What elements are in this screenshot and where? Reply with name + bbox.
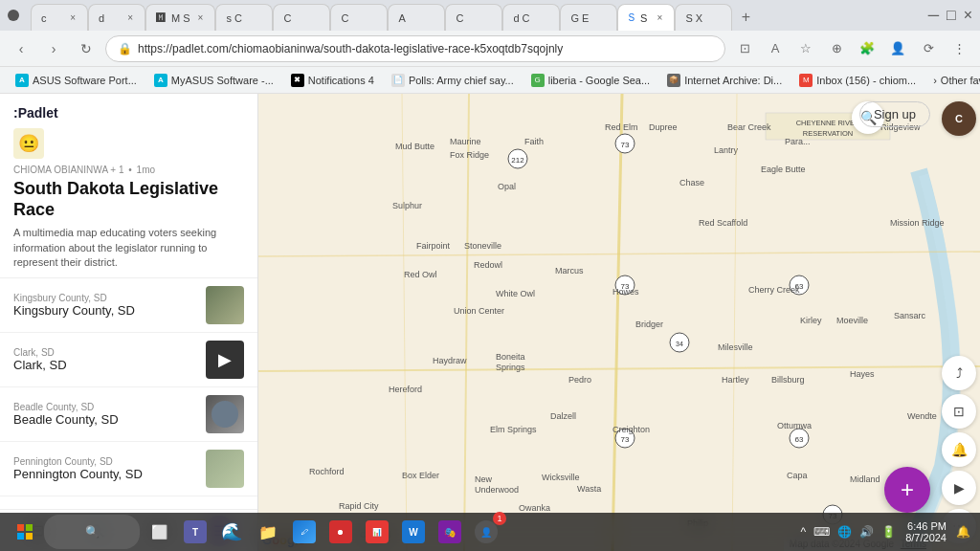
url-bar[interactable]: 🔒 https://padlet.com/chiomaobianinwa/sou… xyxy=(105,35,725,62)
svg-text:Wicksville: Wicksville xyxy=(542,473,580,482)
notification-badge: 1 xyxy=(493,512,506,525)
zoom-icon[interactable]: ⊕ xyxy=(823,35,850,62)
bookmark-notifications[interactable]: ✖ Notifications 4 xyxy=(283,70,382,91)
tab-10[interactable]: G E xyxy=(560,4,617,31)
tab-6[interactable]: C xyxy=(330,4,388,31)
svg-text:Moeville: Moeville xyxy=(836,316,868,325)
taskbar-app3[interactable]: 📊 xyxy=(360,515,394,549)
tab-5[interactable]: C xyxy=(273,4,330,31)
tab-1-close[interactable]: × xyxy=(68,12,78,23)
map-user-avatar[interactable]: C xyxy=(942,101,976,136)
taskbar-time-display: 6:46 PM xyxy=(905,520,947,532)
tab-12[interactable]: S X xyxy=(675,4,732,31)
svg-text:Billsburg: Billsburg xyxy=(771,375,805,385)
tab-1[interactable]: c× xyxy=(31,4,88,31)
taskbar-app4[interactable]: 🎭 xyxy=(433,515,467,549)
taskbar-teams[interactable]: T xyxy=(178,515,212,549)
more-icon[interactable]: ⋮ xyxy=(946,35,972,62)
tab-3[interactable]: 🅼M S× xyxy=(145,4,215,31)
tab-2[interactable]: d× xyxy=(88,4,145,31)
tab-11-active[interactable]: SS× xyxy=(617,4,675,31)
search-taskbar-icon[interactable]: 🔍 xyxy=(44,515,140,549)
taskbar-settings[interactable]: 👤 1 xyxy=(469,515,503,549)
tab-6-label: C xyxy=(341,12,348,24)
forward-button[interactable]: › xyxy=(40,35,67,62)
svg-text:Sulphur: Sulphur xyxy=(392,201,422,210)
bookmark-icon[interactable]: ☆ xyxy=(792,35,819,62)
list-item-clark[interactable]: Clark, SD Clark, SD ▶ xyxy=(0,333,257,387)
new-tab-button[interactable]: + xyxy=(732,4,759,31)
list-item-pennington[interactable]: Pennington County, SD Pennington County,… xyxy=(0,442,257,496)
svg-text:Red Elm: Red Elm xyxy=(605,122,638,132)
bookmarks-more-button[interactable]: › Other favorites xyxy=(925,70,980,91)
taskbar-app1[interactable]: 🖊 xyxy=(287,515,322,549)
sign-up-button[interactable]: Sign up xyxy=(859,101,930,127)
map-crop-button[interactable]: ⊡ xyxy=(942,394,976,429)
tab-12-label: S X xyxy=(685,12,702,24)
map-area[interactable]: 73 212 73 63 73 63 34 73 CHEYENNE RIVER … xyxy=(258,94,980,551)
keyboard-icon[interactable]: ⌨ xyxy=(812,523,832,540)
svg-text:New: New xyxy=(475,474,493,484)
start-button[interactable] xyxy=(8,515,42,549)
extension-icon[interactable]: 🧩 xyxy=(854,35,880,62)
tab-2-close[interactable]: × xyxy=(125,12,135,23)
tab-4[interactable]: s C xyxy=(215,4,273,31)
map-notifications-button[interactable]: 🔔 xyxy=(942,432,976,467)
padlet-sidebar: :Padlet 😐 CHIOMA OBIANINWA + 1 • 1mo Sou… xyxy=(0,94,258,551)
svg-text:Maurine: Maurine xyxy=(450,137,481,146)
tab-7[interactable]: A xyxy=(388,4,445,31)
svg-text:Creighton: Creighton xyxy=(612,425,650,434)
close-button[interactable]: × xyxy=(964,7,972,24)
tab-9[interactable]: d C xyxy=(502,4,560,31)
taskbar-clock[interactable]: 6:46 PM 8/7/2024 xyxy=(905,520,947,543)
taskbar-edge[interactable]: 🌊 xyxy=(214,515,249,549)
hidden-icons-button[interactable]: ^ xyxy=(799,523,809,540)
svg-text:Hayes: Hayes xyxy=(850,369,875,379)
taskview-icon[interactable]: ⬜ xyxy=(142,515,176,549)
main-content: :Padlet 😐 CHIOMA OBIANINWA + 1 • 1mo Sou… xyxy=(0,94,980,551)
map-share-button[interactable]: ⤴ xyxy=(942,356,976,390)
cast-icon[interactable]: ⊡ xyxy=(731,35,758,62)
svg-text:Milesville: Milesville xyxy=(718,342,753,352)
fab-add-button[interactable]: + xyxy=(884,467,930,513)
map-play-button[interactable]: ▶ xyxy=(942,471,976,505)
bookmark-liberia[interactable]: G liberia - Google Sea... xyxy=(523,70,657,91)
taskbar-files[interactable]: 📁 xyxy=(251,515,285,549)
battery-icon[interactable]: 🔋 xyxy=(880,523,898,540)
bookmark-asus[interactable]: A ASUS Software Port... xyxy=(8,70,145,91)
tab-5-label: C xyxy=(283,12,291,24)
svg-text:Midland: Midland xyxy=(850,474,880,484)
maximize-button[interactable]: □ xyxy=(947,7,956,24)
list-item-pennington-title: Pennington County, SD xyxy=(13,467,198,481)
tab-8[interactable]: C xyxy=(445,4,502,31)
list-item-beadle[interactable]: Beadle County, SD Beadle County, SD xyxy=(0,387,257,442)
bookmark-myasus[interactable]: A MyASUS Software -... xyxy=(146,70,281,91)
network-icon[interactable]: 🌐 xyxy=(835,523,854,540)
bookmark-archive[interactable]: 📦 Internet Archive: Di... xyxy=(659,70,790,91)
tab-8-label: C xyxy=(456,12,463,24)
padlet-header: :Padlet 😐 CHIOMA OBIANINWA + 1 • 1mo Sou… xyxy=(0,94,257,278)
list-item-kingsbury[interactable]: Kingsbury County, SD Kingsbury County, S… xyxy=(0,278,257,333)
minimize-button[interactable]: ─ xyxy=(928,7,939,24)
taskbar-app2[interactable]: ⏺ xyxy=(323,515,358,549)
bookmark-polls[interactable]: 📄 Polls: Army chief say... xyxy=(384,70,522,91)
translate-icon[interactable]: A xyxy=(762,35,789,62)
list-item-clark-subtitle: Clark, SD xyxy=(13,347,198,358)
notification-center-icon[interactable]: 🔔 xyxy=(954,523,972,540)
post-avatar-emoji: 😐 xyxy=(18,133,39,154)
bookmark-gmail[interactable]: M Inbox (156) - chiom... xyxy=(791,70,924,91)
post-title: South Dakota Legislative Race xyxy=(13,179,244,220)
tab-3-close[interactable]: × xyxy=(196,12,206,23)
taskbar-word[interactable]: W xyxy=(396,515,431,549)
svg-text:Rapid City: Rapid City xyxy=(339,501,379,511)
reload-button[interactable]: ↻ xyxy=(73,35,100,62)
profile-btn[interactable]: 👤 xyxy=(884,35,911,62)
sync-icon[interactable]: ⟳ xyxy=(915,35,942,62)
tab-11-close[interactable]: × xyxy=(656,12,665,23)
bookmark-gmail-label: Inbox (156) - chiom... xyxy=(816,75,916,86)
svg-text:Capa: Capa xyxy=(787,471,808,480)
map-svg: 73 212 73 63 73 63 34 73 CHEYENNE RIVER … xyxy=(258,94,980,551)
svg-text:Owanka: Owanka xyxy=(519,503,550,513)
volume-icon[interactable]: 🔊 xyxy=(858,523,876,540)
back-button[interactable]: ‹ xyxy=(8,35,34,62)
